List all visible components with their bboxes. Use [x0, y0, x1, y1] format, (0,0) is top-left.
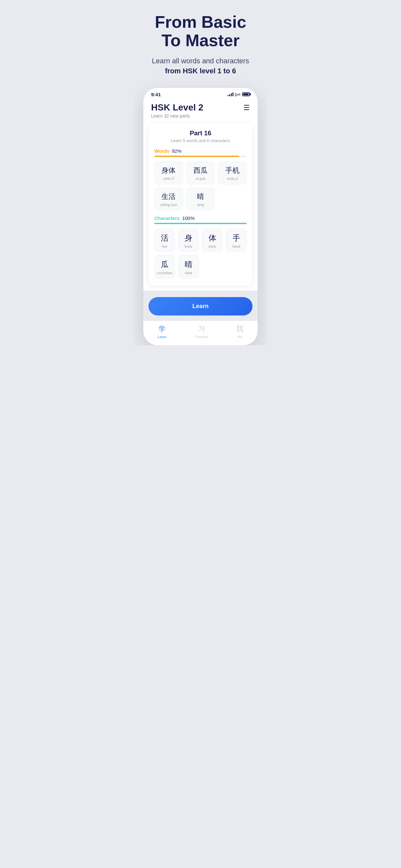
menu-icon[interactable]: ☰	[243, 104, 250, 112]
tab-practice[interactable]: 习 Practice	[195, 324, 208, 339]
word-tile-shenti[interactable]: 身体 shēn tǐ	[154, 161, 183, 184]
tab-learn-icon: 学	[158, 324, 166, 334]
wifi-icon: ▷≈	[235, 92, 241, 97]
words-label: Words	[154, 148, 169, 154]
part-subtitle: Learn 5 words and 6 characters	[154, 138, 247, 143]
char-tile-shou[interactable]: 手 hand	[226, 228, 247, 252]
status-bar: 9:41 ▷≈	[143, 88, 258, 99]
char-tile-qing2[interactable]: 晴 clear	[178, 255, 199, 278]
status-icons: ▷≈	[227, 92, 250, 97]
word-grid-row1: 身体 shēn tǐ 西瓜 xī guā 手机 shǒu jī	[154, 161, 247, 184]
chars-percent: 100%	[182, 215, 194, 221]
tab-me-label: Me	[237, 335, 242, 339]
tab-practice-label: Practice	[195, 335, 208, 339]
word-grid-row2: 生活 shēng huó 晴 qíng	[154, 188, 247, 210]
char-grid-row1: 活 live 身 body 体 body 手 hand	[154, 228, 247, 252]
app-header-left: HSK Level 2 Learn 32 new parts	[151, 102, 204, 119]
phone-bottom-area: Learn	[143, 290, 258, 321]
tab-bar: 学 Learn 习 Practice 我 Me	[143, 321, 258, 345]
hero-title: From Basic To Master	[140, 13, 261, 50]
word-tile-shouji[interactable]: 手机 shǒu jī	[218, 161, 247, 184]
words-progress-bar	[154, 156, 247, 157]
app-title: HSK Level 2	[151, 102, 204, 113]
char-tile-gua[interactable]: 瓜 cucumber	[154, 255, 175, 278]
chars-section-header: Characters 100%	[154, 215, 247, 221]
part-title: Part 16	[154, 129, 247, 137]
hero-subtitle: Learn all words and characters from HSK …	[140, 56, 261, 76]
words-percent: 92%	[172, 148, 181, 154]
learn-button[interactable]: Learn	[149, 297, 252, 315]
status-time: 9:41	[151, 92, 161, 97]
battery-icon	[242, 92, 250, 96]
words-section-header: Words 92%	[154, 148, 247, 154]
page-outer: From Basic To Master Learn all words and…	[134, 0, 267, 345]
word-tile-qing[interactable]: 晴 qíng	[186, 188, 215, 210]
app-header: HSK Level 2 Learn 32 new parts ☰	[143, 99, 258, 121]
app-subtitle: Learn 32 new parts	[151, 113, 204, 119]
tab-learn-label: Learn	[158, 335, 166, 339]
char-grid-row2: 瓜 cucumber 晴 clear	[154, 255, 247, 278]
word-tile-xigua[interactable]: 西瓜 xī guā	[186, 161, 215, 184]
word-tile-shenghuo[interactable]: 生活 shēng huó	[154, 188, 183, 210]
tab-practice-icon: 习	[198, 324, 205, 334]
chars-label: Characters	[154, 215, 180, 221]
tab-learn[interactable]: 学 Learn	[158, 324, 166, 339]
words-progress-fill	[154, 156, 239, 157]
char-tile-ti[interactable]: 体 body	[202, 228, 223, 252]
phone-mockup: 9:41 ▷≈ HSK Level 2 Learn 32 new parts ☰…	[143, 88, 258, 345]
signal-icon	[227, 92, 234, 96]
content-card: Part 16 Learn 5 words and 6 characters W…	[149, 123, 252, 285]
chars-progress-fill	[154, 223, 247, 224]
char-tile-huo[interactable]: 活 live	[154, 228, 175, 252]
tab-me[interactable]: 我 Me	[236, 324, 243, 339]
tab-me-icon: 我	[236, 324, 243, 334]
char-tile-shen[interactable]: 身 body	[178, 228, 199, 252]
chars-progress-bar	[154, 223, 247, 224]
